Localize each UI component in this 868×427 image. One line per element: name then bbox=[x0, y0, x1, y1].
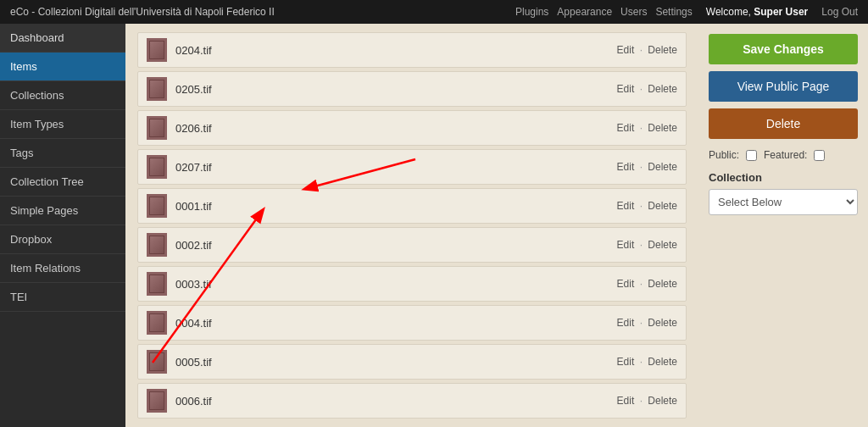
table-row: 0002.tif Edit · Delete bbox=[137, 227, 687, 263]
action-separator: · bbox=[640, 161, 643, 173]
action-separator: · bbox=[640, 356, 643, 368]
item-thumbnail bbox=[147, 116, 167, 140]
table-row: 0206.tif Edit · Delete bbox=[137, 110, 687, 146]
item-actions: Edit · Delete bbox=[617, 356, 677, 368]
item-edit-link[interactable]: Edit bbox=[617, 83, 635, 95]
sidebar-item-simple-pages[interactable]: Simple Pages bbox=[0, 197, 125, 225]
collection-label: Collection bbox=[709, 171, 858, 184]
item-edit-link[interactable]: Edit bbox=[617, 278, 635, 290]
sidebar-item-item-types[interactable]: Item Types bbox=[0, 110, 125, 139]
sidebar-item-tei[interactable]: TEI bbox=[0, 283, 125, 312]
table-row: 0004.tif Edit · Delete bbox=[137, 305, 687, 341]
item-actions: Edit · Delete bbox=[617, 83, 677, 95]
featured-checkbox[interactable] bbox=[814, 150, 825, 161]
item-name: 0004.tif bbox=[175, 317, 617, 330]
nav-appearance[interactable]: Appearance bbox=[557, 6, 612, 18]
view-public-button[interactable]: View Public Page bbox=[709, 71, 858, 102]
item-edit-link[interactable]: Edit bbox=[617, 356, 635, 368]
table-row: 0205.tif Edit · Delete bbox=[137, 71, 687, 107]
item-name: 0001.tif bbox=[175, 200, 617, 213]
item-edit-link[interactable]: Edit bbox=[617, 200, 635, 212]
item-thumbnail bbox=[147, 233, 167, 257]
delete-button[interactable]: Delete bbox=[709, 108, 858, 139]
item-delete-link[interactable]: Delete bbox=[648, 83, 677, 95]
item-name: 0207.tif bbox=[175, 161, 617, 174]
action-separator: · bbox=[640, 200, 643, 212]
item-thumbnail bbox=[147, 38, 167, 62]
item-thumbnail bbox=[147, 155, 167, 179]
item-thumbnail bbox=[147, 350, 167, 374]
table-row: 0006.tif Edit · Delete bbox=[137, 383, 687, 419]
item-name: 0206.tif bbox=[175, 122, 617, 135]
item-thumbnail bbox=[147, 272, 167, 296]
item-actions: Edit · Delete bbox=[617, 317, 677, 329]
item-thumbnail bbox=[147, 311, 167, 335]
action-separator: · bbox=[640, 395, 643, 407]
sidebar-item-dashboard[interactable]: Dashboard bbox=[0, 24, 125, 53]
item-edit-link[interactable]: Edit bbox=[617, 239, 635, 251]
item-delete-link[interactable]: Delete bbox=[648, 161, 677, 173]
item-delete-link[interactable]: Delete bbox=[648, 356, 677, 368]
item-thumbnail bbox=[147, 194, 167, 218]
sidebar-item-items[interactable]: Items bbox=[0, 53, 125, 81]
item-edit-link[interactable]: Edit bbox=[617, 161, 635, 173]
sidebar-item-dropbox[interactable]: Dropbox bbox=[0, 225, 125, 254]
item-name: 0204.tif bbox=[175, 44, 617, 57]
item-actions: Edit · Delete bbox=[617, 278, 677, 290]
item-actions: Edit · Delete bbox=[617, 44, 677, 56]
nav-plugins[interactable]: Plugins bbox=[515, 6, 548, 18]
item-thumbnail bbox=[147, 77, 167, 101]
item-edit-link[interactable]: Edit bbox=[617, 122, 635, 134]
item-name: 0205.tif bbox=[175, 83, 617, 96]
item-actions: Edit · Delete bbox=[617, 200, 677, 212]
item-name: 0006.tif bbox=[175, 395, 617, 408]
sidebar-item-tags[interactable]: Tags bbox=[0, 139, 125, 168]
item-actions: Edit · Delete bbox=[617, 161, 677, 173]
welcome-text: Welcome, Super User bbox=[706, 6, 809, 18]
item-edit-link[interactable]: Edit bbox=[617, 44, 635, 56]
item-delete-link[interactable]: Delete bbox=[648, 395, 677, 407]
action-separator: · bbox=[640, 122, 643, 134]
sidebar: Dashboard Items Collections Item Types T… bbox=[0, 24, 125, 427]
collection-select[interactable]: Select Below bbox=[709, 189, 858, 215]
table-row: 0003.tif Edit · Delete bbox=[137, 266, 687, 302]
nav-settings[interactable]: Settings bbox=[655, 6, 692, 18]
save-button[interactable]: Save Changes bbox=[709, 34, 858, 64]
table-row: 0204.tif Edit · Delete bbox=[137, 32, 687, 68]
item-name: 0002.tif bbox=[175, 239, 617, 252]
public-checkbox[interactable] bbox=[746, 150, 757, 161]
action-separator: · bbox=[640, 44, 643, 56]
nav-links: Plugins Appearance Users Settings bbox=[515, 6, 693, 18]
item-thumbnail bbox=[147, 389, 167, 413]
nav-users[interactable]: Users bbox=[620, 6, 647, 18]
item-actions: Edit · Delete bbox=[617, 395, 677, 407]
sidebar-item-collection-tree[interactable]: Collection Tree bbox=[0, 168, 125, 197]
item-delete-link[interactable]: Delete bbox=[648, 44, 677, 56]
item-name: 0005.tif bbox=[175, 356, 617, 369]
sidebar-item-item-relations[interactable]: Item Relations bbox=[0, 254, 125, 283]
sidebar-item-collections[interactable]: Collections bbox=[0, 81, 125, 110]
table-row: 0001.tif Edit · Delete bbox=[137, 188, 687, 224]
item-edit-link[interactable]: Edit bbox=[617, 317, 635, 329]
item-delete-link[interactable]: Delete bbox=[648, 200, 677, 212]
item-delete-link[interactable]: Delete bbox=[648, 239, 677, 251]
item-delete-link[interactable]: Delete bbox=[648, 122, 677, 134]
logout-link[interactable]: Log Out bbox=[821, 6, 858, 18]
layout: Dashboard Items Collections Item Types T… bbox=[0, 24, 868, 427]
public-label: Public: bbox=[709, 149, 739, 161]
item-delete-link[interactable]: Delete bbox=[648, 317, 677, 329]
item-edit-link[interactable]: Edit bbox=[617, 395, 635, 407]
topbar: eCo - Collezioni Digitali dell'Universit… bbox=[0, 0, 868, 24]
action-separator: · bbox=[640, 278, 643, 290]
right-panel: Save Changes View Public Page Delete Pub… bbox=[698, 24, 868, 427]
item-actions: Edit · Delete bbox=[617, 122, 677, 134]
featured-label: Featured: bbox=[764, 149, 807, 161]
item-actions: Edit · Delete bbox=[617, 239, 677, 251]
table-row: 0005.tif Edit · Delete bbox=[137, 344, 687, 380]
item-delete-link[interactable]: Delete bbox=[648, 278, 677, 290]
public-featured-row: Public: Featured: bbox=[709, 149, 858, 161]
item-name: 0003.tif bbox=[175, 278, 617, 291]
main-content: 0204.tif Edit · Delete 0205.tif Edit · D… bbox=[125, 24, 698, 427]
action-separator: · bbox=[640, 239, 643, 251]
action-separator: · bbox=[640, 83, 643, 95]
